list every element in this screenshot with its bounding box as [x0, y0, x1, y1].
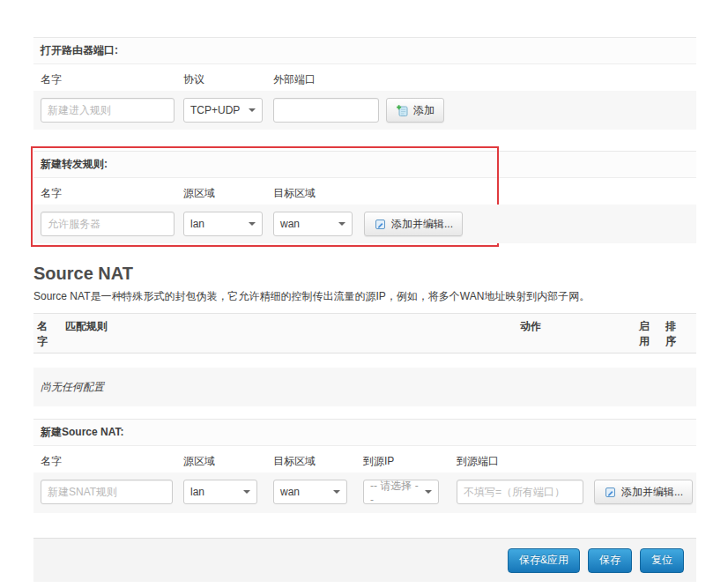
snat-source-zone-value: lan	[190, 486, 204, 498]
column-label-to-source-port: 到源端口	[457, 454, 499, 469]
column-label-protocol: 协议	[183, 72, 204, 87]
snat-header-name: 名字	[37, 319, 49, 349]
snat-to-source-ip-select[interactable]: -- 请选择 --	[363, 480, 439, 504]
forward-rule-name-input[interactable]	[41, 212, 175, 236]
chevron-down-icon	[338, 222, 345, 226]
snat-dest-zone-value: wan	[280, 486, 300, 498]
column-label-dest-zone: 目标区域	[273, 186, 316, 201]
snat-to-source-port-input[interactable]	[457, 480, 583, 504]
save-button[interactable]: 保存	[588, 548, 632, 573]
save-apply-button[interactable]: 保存&应用	[508, 548, 580, 573]
snat-header-match: 匹配规则	[65, 319, 108, 334]
chevron-down-icon	[425, 490, 432, 494]
source-nat-table-header: 名字 匹配规则 动作 启用 排序	[33, 313, 696, 354]
section-forward-rule: 新建转发规则: 名字 源区域 目标区域 lan wan	[33, 151, 696, 243]
new-snat-column-headers: 名字 源区域 目标区域 到源IP 到源端口	[33, 446, 696, 473]
reset-button[interactable]: 复位	[640, 548, 684, 573]
forward-rule-new-row: lan wan 添加并编辑...	[33, 205, 696, 243]
snat-add-and-edit-button-label: 添加并编辑...	[621, 485, 683, 500]
add-and-edit-button-label: 添加并编辑...	[391, 217, 453, 232]
snat-to-source-ip-value: -- 请选择 --	[370, 479, 420, 506]
protocol-select[interactable]: TCP+UDP	[183, 98, 263, 123]
chevron-down-icon	[333, 490, 340, 494]
column-label-to-source-ip: 到源IP	[363, 454, 394, 469]
snat-header-sort: 排序	[665, 319, 678, 349]
dest-zone-select-value: wan	[280, 218, 300, 230]
section-forward-rule-wrapper: 新建转发规则: 名字 源区域 目标区域 lan wan	[33, 151, 696, 243]
section-open-ports-title: 打开路由器端口:	[33, 38, 696, 64]
snat-empty-message: 尚无任何配置	[33, 368, 696, 406]
column-label-name: 名字	[41, 454, 62, 469]
firewall-settings-page: 打开路由器端口: 名字 协议 外部端口 TCP+UDP	[33, 0, 696, 582]
doc-edit-icon	[604, 486, 617, 499]
forward-rule-column-headers: 名字 源区域 目标区域	[33, 178, 696, 205]
source-zone-select[interactable]: lan	[183, 212, 263, 236]
section-forward-rule-title: 新建转发规则:	[33, 152, 696, 178]
external-port-input[interactable]	[273, 98, 379, 123]
protocol-select-value: TCP+UDP	[190, 104, 240, 116]
chevron-down-icon	[243, 490, 250, 494]
snat-header-action: 动作	[520, 319, 541, 334]
chevron-down-icon	[249, 108, 256, 112]
section-new-snat-title: 新建Source NAT:	[33, 420, 696, 446]
column-label-source-zone: 源区域	[183, 186, 215, 201]
new-snat-row: lan wan -- 请选择 -- 添加并编辑...	[33, 473, 696, 513]
footer-action-bar: 保存&应用 保存 复位	[33, 538, 696, 582]
add-and-edit-button[interactable]: 添加并编辑...	[364, 212, 463, 236]
new-rule-name-input[interactable]	[41, 98, 175, 123]
note-add-icon	[396, 104, 409, 117]
snat-name-input[interactable]	[41, 480, 173, 504]
section-open-ports: 打开路由器端口: 名字 协议 外部端口 TCP+UDP	[33, 37, 696, 130]
dest-zone-select[interactable]: wan	[273, 212, 353, 236]
snat-dest-zone-select[interactable]: wan	[273, 480, 347, 504]
open-ports-column-headers: 名字 协议 外部端口	[33, 64, 696, 91]
snat-add-and-edit-button[interactable]: 添加并编辑...	[594, 480, 693, 504]
add-button-label: 添加	[413, 103, 435, 118]
column-label-source-zone: 源区域	[183, 454, 215, 469]
chevron-down-icon	[249, 222, 256, 226]
source-nat-heading: Source NAT	[33, 263, 696, 284]
doc-edit-icon	[374, 218, 387, 231]
column-label-external-port: 外部端口	[273, 72, 316, 87]
column-label-name: 名字	[41, 72, 62, 87]
open-ports-new-rule-row: TCP+UDP 添加	[33, 91, 696, 130]
source-nat-description: Source NAT是一种特殊形式的封包伪装，它允许精细的控制传出流量的源IP，…	[33, 289, 696, 304]
section-new-snat: 新建Source NAT: 名字 源区域 目标区域 到源IP 到源端口 lan …	[33, 419, 696, 513]
snat-source-zone-select[interactable]: lan	[183, 480, 257, 504]
column-label-name: 名字	[41, 186, 62, 201]
snat-header-enable: 启用	[639, 319, 651, 349]
column-label-dest-zone: 目标区域	[273, 454, 316, 469]
source-zone-select-value: lan	[190, 218, 204, 230]
add-button[interactable]: 添加	[386, 98, 444, 123]
